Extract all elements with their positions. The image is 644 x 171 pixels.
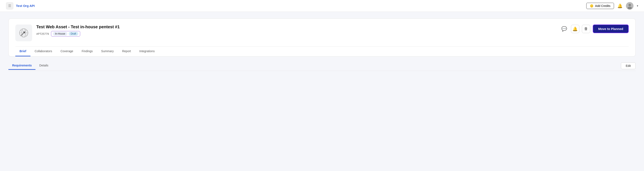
add-credits-label: Add Credits — [595, 4, 610, 7]
card-meta: #PT25779 In-House Draft — [36, 31, 120, 36]
tab-summary[interactable]: Summary — [97, 46, 118, 56]
tab-report[interactable]: Report — [118, 46, 135, 56]
org-name: Test Org API — [16, 4, 35, 7]
sub-tab-requirements[interactable]: Requirements — [8, 62, 36, 70]
edit-button[interactable]: Edit — [621, 62, 636, 69]
topnav-right: 🪙 Add Credits 🔔 ▾ — [586, 2, 638, 10]
card-id: #PT25779 — [36, 32, 49, 35]
svg-point-1 — [628, 4, 631, 6]
card-title: Test Web Asset - Test in-house pentest #… — [36, 24, 120, 29]
topnav: ☰ Test Org API 🪙 Add Credits 🔔 ▾ — [0, 0, 644, 12]
tab-findings[interactable]: Findings — [78, 46, 97, 56]
card-title-section: Test Web Asset - Test in-house pentest #… — [36, 24, 120, 36]
card-header: Test Web Asset - Test in-house pentest #… — [15, 24, 629, 41]
topnav-left: ☰ Test Org API — [6, 2, 35, 10]
tab-collaborators[interactable]: Collaborators — [30, 46, 56, 56]
tab-integrations[interactable]: Integrations — [135, 46, 159, 56]
notification-bell-icon[interactable]: 🔔 — [617, 3, 622, 8]
card-header-left: Test Web Asset - Test in-house pentest #… — [15, 24, 120, 41]
card-tabs: Brief Collaborators Coverage Findings Su… — [15, 46, 629, 56]
inhouse-badge: In-House — [53, 32, 68, 36]
asset-icon — [15, 24, 32, 41]
alert-bell-button[interactable]: 🔔 — [571, 25, 579, 33]
avatar[interactable] — [626, 2, 634, 10]
chevron-down-icon[interactable]: ▾ — [637, 4, 638, 7]
logo-icon: ☰ — [6, 2, 14, 10]
credits-icon: 🪙 — [590, 4, 594, 7]
tab-brief[interactable]: Brief — [15, 46, 30, 56]
sub-tab-details[interactable]: Details — [36, 62, 52, 70]
sub-tabs-bar: Requirements Details Edit — [8, 62, 636, 71]
sub-tabs: Requirements Details — [8, 62, 52, 70]
add-credits-button[interactable]: 🪙 Add Credits — [586, 3, 614, 9]
card-header-right: 💬 🔔 🗑 Move to Planned — [560, 24, 629, 33]
badge-group: In-House Draft — [51, 31, 80, 36]
main-content: Test Web Asset - Test in-house pentest #… — [0, 12, 644, 78]
delete-button[interactable]: 🗑 — [582, 25, 590, 33]
tab-coverage[interactable]: Coverage — [56, 46, 78, 56]
pentest-card: Test Web Asset - Test in-house pentest #… — [8, 18, 636, 57]
move-to-planned-button[interactable]: Move to Planned — [593, 24, 629, 33]
svg-point-2 — [628, 7, 632, 9]
draft-badge: Draft — [69, 32, 78, 36]
chat-icon[interactable]: 💬 — [560, 25, 568, 33]
